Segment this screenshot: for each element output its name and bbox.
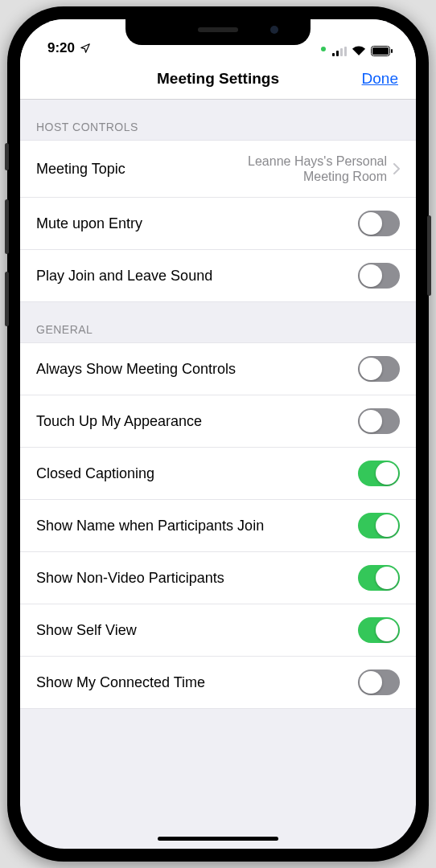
row-closed-captioning: Closed Captioning — [20, 448, 416, 500]
row-mute-upon-entry: Mute upon Entry — [20, 198, 416, 250]
row-touch-up-appearance: Touch Up My Appearance — [20, 395, 416, 448]
join-leave-sound-toggle[interactable] — [358, 263, 400, 289]
phone-frame: 9:20 Meeting Settings Done HOST CONTROLS… — [7, 6, 429, 862]
non-video-participants-label: Show Non-Video Participants — [36, 570, 358, 587]
row-join-leave-sound: Play Join and Leave Sound — [20, 250, 416, 302]
join-leave-sound-label: Play Join and Leave Sound — [36, 268, 358, 285]
self-view-toggle[interactable] — [358, 617, 400, 643]
show-name-join-label: Show Name when Participants Join — [36, 518, 358, 534]
connected-time-label: Show My Connected Time — [36, 674, 358, 691]
power-button — [427, 215, 431, 296]
svg-rect-2 — [391, 49, 393, 53]
mute-upon-entry-label: Mute upon Entry — [36, 215, 358, 232]
closed-captioning-toggle[interactable] — [358, 461, 400, 486]
location-icon — [80, 43, 91, 54]
battery-icon — [371, 46, 393, 56]
done-button[interactable]: Done — [362, 70, 398, 88]
non-video-participants-toggle[interactable] — [358, 565, 400, 591]
wifi-icon — [352, 46, 366, 56]
settings-content[interactable]: HOST CONTROLS Meeting Topic Leanne Hays'… — [20, 100, 416, 849]
cellular-icon — [332, 47, 347, 56]
home-indicator[interactable] — [158, 837, 278, 841]
silence-switch — [5, 143, 9, 170]
show-name-join-toggle[interactable] — [358, 513, 400, 538]
section-header-general: GENERAL — [20, 302, 416, 342]
meeting-topic-label: Meeting Topic — [36, 161, 210, 178]
self-view-label: Show Self View — [36, 622, 358, 639]
notch — [125, 19, 311, 45]
volume-up-button — [5, 199, 9, 254]
privacy-indicator-icon — [321, 47, 326, 51]
section-header-host-controls: HOST CONTROLS — [20, 100, 416, 140]
chevron-right-icon — [393, 163, 400, 174]
connected-time-toggle[interactable] — [358, 669, 400, 695]
screen: 9:20 Meeting Settings Done HOST CONTROLS… — [20, 19, 416, 849]
touch-up-appearance-label: Touch Up My Appearance — [36, 413, 358, 430]
always-show-controls-toggle[interactable] — [358, 356, 400, 382]
row-always-show-controls: Always Show Meeting Controls — [20, 342, 416, 395]
page-title: Meeting Settings — [157, 70, 279, 88]
always-show-controls-label: Always Show Meeting Controls — [36, 361, 358, 378]
svg-rect-1 — [372, 47, 389, 55]
touch-up-appearance-toggle[interactable] — [358, 408, 400, 434]
closed-captioning-label: Closed Captioning — [36, 465, 358, 482]
row-meeting-topic[interactable]: Meeting Topic Leanne Hays's Personal Mee… — [20, 140, 416, 198]
row-show-name-join: Show Name when Participants Join — [20, 500, 416, 552]
mute-upon-entry-toggle[interactable] — [358, 211, 400, 236]
row-non-video-participants: Show Non-Video Participants — [20, 552, 416, 604]
status-time: 9:20 — [47, 40, 75, 56]
nav-bar: Meeting Settings Done — [20, 58, 416, 100]
meeting-topic-value: Leanne Hays's Personal Meeting Room — [210, 154, 387, 184]
row-self-view: Show Self View — [20, 604, 416, 657]
row-connected-time: Show My Connected Time — [20, 657, 416, 709]
volume-down-button — [5, 272, 9, 326]
